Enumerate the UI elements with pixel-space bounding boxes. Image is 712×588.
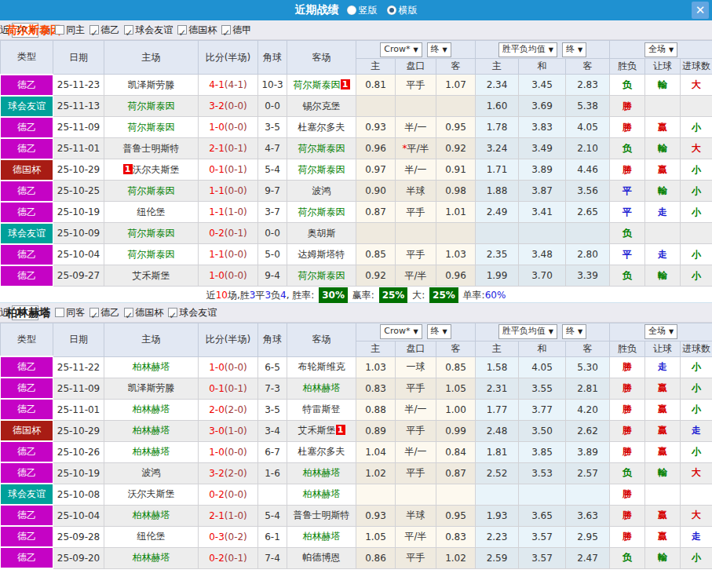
date-cell: 25-09-27 xyxy=(53,265,104,287)
team-name-text: 荷尔斯泰因 xyxy=(298,270,345,281)
odds-away-cell: 0.92 xyxy=(436,138,476,159)
section-header: 柏林赫塔近10▼场同客德乙德国杯球会友谊 xyxy=(0,303,712,323)
same-venue-checkbox[interactable] xyxy=(55,25,64,35)
team-name-text: 柏林赫塔 xyxy=(303,531,341,542)
percentage-badge: 30% xyxy=(319,287,348,303)
away-team-cell: 荷尔斯泰因 xyxy=(287,265,356,287)
goals-result-cell: 大 xyxy=(681,505,712,526)
radio-vertical-icon[interactable] xyxy=(347,5,356,15)
handicap-cell: 平/半 xyxy=(396,526,436,547)
layout-option-horizontal[interactable]: 横版 xyxy=(387,4,418,17)
odds-source-select-value: Crow* xyxy=(384,326,410,336)
team-name-text: 柏林赫塔 xyxy=(133,404,170,415)
results-table: 类型日期主场比分(半场)角球客场Crow*▼终▼胜平负均值▼终▼全场▼主盘口客主… xyxy=(0,323,712,570)
star-mark: * xyxy=(402,143,407,154)
league-filter-1-checkbox[interactable] xyxy=(124,25,133,35)
halftime-score: (1-0) xyxy=(225,206,247,217)
odds-home-cell xyxy=(356,223,396,244)
results-table: 类型日期主场比分(半场)角球客场Crow*▼终▼胜平负均值▼终▼全场▼主盘口客主… xyxy=(0,40,712,287)
handicap-cell: 平手 xyxy=(396,462,436,484)
avg-away-cell: 3.89 xyxy=(566,441,610,462)
scope-select[interactable]: 全场▼ xyxy=(644,42,677,57)
league-cell: 德乙 xyxy=(1,244,53,265)
odds-home-cell xyxy=(356,96,396,117)
league-cell: 德乙 xyxy=(1,441,53,462)
odds-away-cell: 1.03 xyxy=(436,244,476,265)
team-name-text: 纽伦堡 xyxy=(137,531,166,542)
table-row: 德国杯25-10-291沃尔夫斯堡0-1(0-1)5-4荷尔斯泰因0.97半/一… xyxy=(1,159,712,181)
league-cell: 德乙 xyxy=(1,378,53,399)
chevron-down-icon: ▼ xyxy=(413,46,418,53)
table-row: 德乙25-11-22柏林赫塔1-0(0-0)6-5布轮斯维克1.03一球0.85… xyxy=(1,356,712,378)
league-filter-0-checkbox[interactable] xyxy=(89,25,99,35)
odds-final-select[interactable]: 终▼ xyxy=(427,42,451,57)
league-filter-0-label: 德乙 xyxy=(100,307,119,318)
date-cell: 25-10-04 xyxy=(53,505,104,526)
league-cell: 球会友谊 xyxy=(1,96,53,117)
halftime-score: (0-1) xyxy=(225,228,247,239)
avg-away-cell: 2.65 xyxy=(566,202,610,223)
odds-source-select[interactable]: Crow*▼ xyxy=(380,324,422,339)
league-cell: 德乙 xyxy=(1,117,53,138)
away-team-cell: 荷尔斯泰因 xyxy=(287,138,356,159)
layout-option-vertical[interactable]: 竖版 xyxy=(347,4,378,17)
score-cell: 0-1(0-1) xyxy=(199,378,258,399)
avg-away-cell: 4.20 xyxy=(566,399,610,420)
team-name-text: 荷尔斯泰因 xyxy=(128,185,175,196)
avg-draw-cell: 3.50 xyxy=(519,420,566,441)
league-cell: 德乙 xyxy=(1,181,53,202)
handicap-result-cell: 走 xyxy=(645,244,681,265)
halftime-score: (0-0) xyxy=(225,100,247,111)
team-name-text: 柏林赫塔 xyxy=(303,382,341,393)
fulltime-score: 1-0 xyxy=(209,362,225,373)
avg-final-select[interactable]: 终▼ xyxy=(562,324,586,339)
result-cell: 负 xyxy=(610,462,645,484)
odds-source-select[interactable]: Crow*▼ xyxy=(380,42,422,57)
scope-select[interactable]: 全场▼ xyxy=(644,324,677,339)
league-filter-2-checkbox[interactable] xyxy=(168,308,177,317)
fulltime-score: 2-1 xyxy=(209,143,225,154)
team-name-text: 柏林赫塔 xyxy=(133,361,170,372)
odds-home-cell: 0.93 xyxy=(356,505,396,526)
odds-final-select[interactable]: 终▼ xyxy=(427,324,451,339)
handicap-cell xyxy=(396,484,436,505)
table-row: 德乙25-09-27艾禾斯堡1-0(0-0)9-4荷尔斯泰因0.92平/半0.9… xyxy=(1,265,712,287)
odds-home-cell: 1.04 xyxy=(356,441,396,462)
league-filter-2-checkbox[interactable] xyxy=(177,25,187,35)
odds-away-cell xyxy=(436,484,476,505)
corner-cell: 5-4 xyxy=(258,505,287,526)
summary-row: 近10场,胜3平3负4, 胜率: 30% 赢率: 25% 大: 25% 单率:6… xyxy=(0,287,712,303)
home-team-cell: 荷尔斯泰因 xyxy=(104,96,199,117)
radio-horizontal-icon[interactable] xyxy=(387,5,396,15)
home-team-cell: 荷尔斯泰因 xyxy=(104,244,199,265)
home-team-cell: 柏林赫塔 xyxy=(104,420,199,441)
avg-away-cell: 2.10 xyxy=(566,138,610,159)
league-filter-3-checkbox[interactable] xyxy=(221,25,231,35)
handicap-cell: 平手 xyxy=(396,75,436,96)
summary-text: 大: xyxy=(409,290,428,301)
avg-away-cell: 5.30 xyxy=(566,356,610,378)
avg-odds-select[interactable]: 胜平负均值▼ xyxy=(498,42,557,57)
away-team-cell: 达姆斯塔特 xyxy=(287,244,356,265)
handicap-result-cell: 贏 xyxy=(645,399,681,420)
result-cell: 勝 xyxy=(610,159,645,181)
halftime-score: (0-1) xyxy=(225,164,247,175)
league-filter-0-checkbox[interactable] xyxy=(89,308,99,317)
fulltime-score: 0-2 xyxy=(209,228,225,239)
close-icon[interactable]: ✕ xyxy=(692,2,709,19)
odds-home-cell: 0.86 xyxy=(356,547,396,568)
avg-away-cell: 4.05 xyxy=(566,117,610,138)
sections-container: 荷尔斯泰因近10▼场同主德乙球会友谊德国杯德甲类型日期主场比分(半场)角球客场C… xyxy=(0,20,712,569)
league-filter-1-checkbox[interactable] xyxy=(124,308,133,317)
halftime-score: (2-0) xyxy=(225,468,247,479)
avg-odds-select[interactable]: 胜平负均值▼ xyxy=(498,324,557,339)
handicap-result-cell xyxy=(645,484,681,505)
odds-away-cell: 0.95 xyxy=(436,117,476,138)
avg-away-cell: 2.57 xyxy=(566,462,610,484)
avg-final-select[interactable]: 终▼ xyxy=(562,42,586,57)
corner-cell: 3-4 xyxy=(258,420,287,441)
same-venue-checkbox[interactable] xyxy=(55,308,64,317)
table-row: 德乙25-10-19纽伦堡1-1(1-0)3-7荷尔斯泰因0.87平手1.012… xyxy=(1,202,712,223)
corner-cell: 1-6 xyxy=(258,462,287,484)
radio-horizontal-label: 横版 xyxy=(399,4,418,17)
